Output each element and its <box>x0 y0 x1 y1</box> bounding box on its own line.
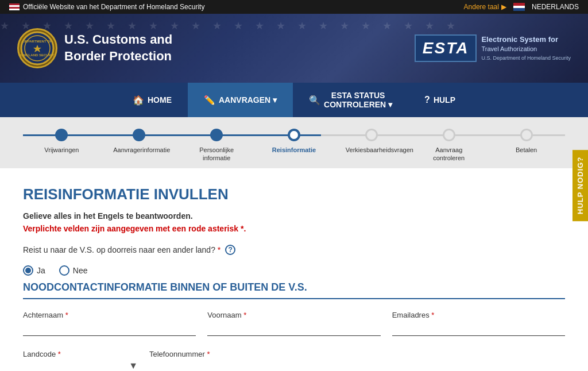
step-betalen: Betalen <box>488 129 565 154</box>
instruction-text: Gelieve alles in het Engels te beantwoor… <box>23 211 565 221</box>
us-flag-icon <box>9 3 20 10</box>
voornaam-required-star: * <box>243 311 246 319</box>
progress-bar: Vrijwaringen Aanvragerinformatie Persoon… <box>23 129 565 163</box>
radio-no-circle[interactable] <box>59 265 69 276</box>
nav-aanvragen[interactable]: ✏️ AANVRAGEN ▾ <box>188 83 293 117</box>
home-icon: 🏠 <box>133 95 144 106</box>
transit-question-label: Reist u naar de V.S. op doorreis naar ee… <box>23 245 220 254</box>
edit-icon: ✏️ <box>204 95 215 106</box>
step-label-controleren: Aanvraag controleren <box>423 146 475 163</box>
step-label-reisinfo: Reisinformatie <box>272 146 316 154</box>
top-bar-right: Andere taal ▶ NEDERLANDS <box>464 3 579 11</box>
required-notice: Verplichte velden zijn aangegeven met ee… <box>23 224 565 233</box>
top-bar: Officiële Website van het Department of … <box>0 0 588 14</box>
step-label-vrijwaringen: Vrijwaringen <box>44 146 79 154</box>
step-reisinfo: Reisinformatie <box>256 129 333 154</box>
landcode-required-star: * <box>58 350 61 358</box>
name-email-row: Achternaam * Voornaam * Emailadres * <box>23 311 565 336</box>
transit-radio-group: Ja Nee <box>23 265 565 276</box>
nav-esta-status-label: ESTA STATUSCONTROLEREN ▾ <box>324 91 392 109</box>
achternaam-input[interactable] <box>23 322 196 336</box>
step-dot-reisinfo <box>288 129 300 141</box>
radio-no-option[interactable]: Nee <box>59 265 88 276</box>
nav-hulp[interactable]: ? HULP <box>408 83 471 117</box>
radio-yes-option[interactable]: Ja <box>23 265 45 276</box>
nav-home[interactable]: 🏠 HOME <box>117 83 188 117</box>
transit-help-icon[interactable]: ? <box>225 245 235 255</box>
search-icon: 🔍 <box>309 95 320 106</box>
step-label-persoonlijk: Persoonlijke informatie <box>191 146 242 163</box>
dropdown-arrow-icon[interactable]: ▼ <box>129 361 138 371</box>
esta-logo: ESTA Electronic System for Travel Author… <box>415 34 571 63</box>
progress-section: Vrijwaringen Aanvragerinformatie Persoon… <box>0 117 588 168</box>
emailadres-required-star: * <box>431 311 434 319</box>
transit-question-row: Reist u naar de V.S. op doorreis naar ee… <box>23 245 565 255</box>
telefoonnummer-field: Telefoonnummer * <box>149 350 351 371</box>
main-nav: 🏠 HOME ✏️ AANVRAGEN ▾ 🔍 ESTA STATUSCONTR… <box>0 83 588 117</box>
step-aanvraag-controleren: Aanvraag controleren <box>410 129 488 163</box>
landcode-input[interactable] <box>23 362 125 371</box>
esta-badge: ESTA <box>415 34 477 62</box>
telefoonnummer-input[interactable] <box>149 361 351 371</box>
nav-hulp-label: HULP <box>434 95 455 105</box>
telefoonnummer-required-star: * <box>207 350 210 358</box>
radio-no-label: Nee <box>73 266 88 275</box>
header: DEPARTMENT OF HOMELAND SECURITY U.S. Cus… <box>0 14 588 83</box>
landcode-field: Landcode * ▼ <box>23 350 138 371</box>
cbp-seal: DEPARTMENT OF HOMELAND SECURITY <box>17 28 57 68</box>
page-title: REISINFORMATIE INVULLEN <box>23 186 565 203</box>
nav-esta-status[interactable]: 🔍 ESTA STATUSCONTROLEREN ▾ <box>293 83 408 117</box>
spacer-field <box>363 350 565 371</box>
esta-text: Electronic System for Travel Authorizati… <box>481 34 571 63</box>
transit-required-star: * <box>218 245 220 254</box>
emailadres-field: Emailadres * <box>392 311 565 336</box>
radio-yes-circle[interactable] <box>23 265 33 276</box>
landcode-label: Landcode * <box>23 350 138 358</box>
official-text: Officiële Website van het Department of … <box>23 3 204 11</box>
language-label: NEDERLANDS <box>532 3 579 11</box>
step-dot-controleren <box>443 129 455 141</box>
step-label-betalen: Betalen <box>516 146 537 154</box>
esta-full-name: Electronic System for <box>481 34 571 45</box>
help-nav-icon: ? <box>424 95 430 105</box>
step-label-aanvrager: Aanvragerinformatie <box>113 146 165 154</box>
other-language-link[interactable]: Andere taal ▶ <box>464 3 506 11</box>
step-label-verkies: Verkiesbaarheidsvragen <box>346 146 397 154</box>
svg-text:HOMELAND SECURITY: HOMELAND SECURITY <box>20 53 55 57</box>
voornaam-label: Voornaam * <box>207 311 380 319</box>
nav-aanvragen-label: AANVRAGEN ▾ <box>219 95 277 105</box>
svg-text:DEPARTMENT OF: DEPARTMENT OF <box>22 40 52 43</box>
top-bar-left: Officiële Website van het Department of … <box>9 3 204 11</box>
voornaam-field: Voornaam * <box>207 311 380 336</box>
step-dot-betalen <box>520 129 533 141</box>
emailadres-input[interactable] <box>392 322 565 336</box>
esta-full-name2: Travel Authorization <box>481 45 537 52</box>
cbp-title: U.S. Customs and Border Protection <box>64 32 172 64</box>
main-content: REISINFORMATIE INVULLEN Gelieve alles in… <box>0 168 588 371</box>
header-left: DEPARTMENT OF HOMELAND SECURITY U.S. Cus… <box>17 28 172 68</box>
step-dot-vrijwaringen <box>55 129 68 141</box>
step-dot-verkies <box>365 129 378 141</box>
achternaam-required-star: * <box>65 311 68 319</box>
step-aanvrager-info: Aanvragerinformatie <box>100 129 178 154</box>
achternaam-field: Achternaam * <box>23 311 196 336</box>
step-dot-aanvrager <box>133 129 145 141</box>
step-dot-persoonlijk <box>210 129 223 141</box>
achternaam-label: Achternaam * <box>23 311 196 319</box>
flag-nl-icon <box>513 3 525 11</box>
voornaam-input[interactable] <box>207 322 380 336</box>
emergency-section-heading: NOODCONTACTINFORMATIE BINNEN OF BUITEN D… <box>23 281 565 299</box>
arrow-icon: ▶ <box>501 3 506 11</box>
step-persoonlijke-info: Persoonlijke informatie <box>178 129 256 163</box>
step-vrijwaringen: Vrijwaringen <box>23 129 100 154</box>
telefoonnummer-label: Telefoonnummer * <box>149 350 351 358</box>
phone-row: Landcode * ▼ Telefoonnummer * <box>23 350 565 371</box>
emailadres-label: Emailadres * <box>392 311 565 319</box>
esta-sub-text: U.S. Department of Homeland Security <box>481 55 571 61</box>
help-sidebar[interactable]: HULP NODIG? <box>572 150 588 221</box>
landcode-select-row: ▼ <box>23 361 138 371</box>
step-verkiesbaarheidsvragen: Verkiesbaarheidsvragen <box>332 129 410 154</box>
nav-home-label: HOME <box>148 95 172 105</box>
other-lang-label: Andere taal <box>464 3 499 11</box>
radio-yes-label: Ja <box>37 266 45 275</box>
